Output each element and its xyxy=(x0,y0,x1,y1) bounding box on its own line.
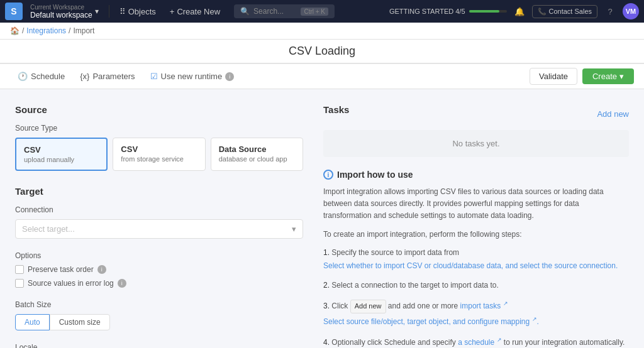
right-panel: Tasks Add new No tasks yet. i Import how… xyxy=(323,104,629,348)
connection-select[interactable]: Select target... ▾ xyxy=(15,219,303,239)
tab-runtime[interactable]: ☑ Use new runtime i xyxy=(143,68,242,84)
toolbar-right: Validate Create ▾ xyxy=(530,68,634,85)
mapping-link[interactable]: mapping ↗ xyxy=(501,317,536,326)
grid-icon: ⠿ xyxy=(119,7,126,16)
connection-placeholder: Select target... xyxy=(22,224,75,234)
info-step-1: 1. Specify the source to import data fro… xyxy=(323,247,629,272)
preserve-task-checkbox[interactable]: Preserve task order i xyxy=(15,265,303,274)
source-type-csv-manual[interactable]: CSV upload manually xyxy=(15,138,108,171)
tab-schedule[interactable]: 🕐 Schedule xyxy=(10,68,72,84)
target-title: Target xyxy=(15,186,303,197)
chevron-down-icon: ▾ xyxy=(619,72,624,81)
batch-auto-button[interactable]: Auto xyxy=(15,314,50,330)
preserve-info-icon[interactable]: i xyxy=(97,265,106,274)
workspace-name: Default workspace xyxy=(30,11,92,19)
create-button[interactable]: Create ▾ xyxy=(582,68,634,84)
source-type-csv-storage[interactable]: CSV from storage service xyxy=(113,138,205,171)
source-type-grid: CSV upload manually CSV from storage ser… xyxy=(15,138,303,171)
target-section: Target Connection Select target... ▾ xyxy=(15,186,303,239)
tab-parameters[interactable]: {x} Parameters xyxy=(72,68,142,84)
checkbox-preserve[interactable] xyxy=(15,265,24,274)
toolbar: 🕐 Schedule {x} Parameters ☑ Use new runt… xyxy=(0,64,644,89)
info-box: i Import how to use Import integration a… xyxy=(323,170,629,348)
source-type-label: Source Type xyxy=(15,124,303,133)
runtime-info-icon[interactable]: i xyxy=(225,72,234,81)
breadcrumb-import: Import xyxy=(73,26,94,35)
avatar[interactable]: VM xyxy=(623,3,639,19)
checkbox-source-values[interactable] xyxy=(15,279,24,288)
checkbox-icon: ☑ xyxy=(150,72,158,81)
batch-section: Batch Size Auto Custom size xyxy=(15,300,303,330)
params-icon: {x} xyxy=(80,72,89,81)
source-type-datasource[interactable]: Data Source database or cloud app xyxy=(211,138,303,171)
info-steps-intro: To create an import integration, perform… xyxy=(323,229,629,241)
add-new-link[interactable]: Add new xyxy=(597,109,629,119)
workspace-label: Current Workspace xyxy=(30,4,92,11)
import-tasks-link[interactable]: import tasks ↗ xyxy=(460,302,508,310)
info-body: Import integration allows importing CSV … xyxy=(323,186,629,222)
clock-icon: 🕐 xyxy=(18,72,28,81)
info-step-2: 2. Select a connection to the target to … xyxy=(323,280,629,291)
workspace-switcher[interactable]: Current Workspace Default workspace ▾ xyxy=(25,1,104,22)
info-step-4: 4. Optionally click Schedule and specify… xyxy=(323,335,629,348)
bell-icon[interactable]: 🔔 xyxy=(512,4,527,19)
schedule-link[interactable]: a schedule ↗ xyxy=(458,338,501,347)
breadcrumb-integrations[interactable]: Integrations xyxy=(26,26,66,35)
info-step-3: 3. Click Add new and add one or more imp… xyxy=(323,299,629,328)
source-values-info-icon[interactable]: i xyxy=(118,279,126,288)
connection-label: Connection xyxy=(15,205,303,214)
search-bar[interactable]: 🔍 Search... Ctrl + K xyxy=(234,4,335,18)
logo[interactable]: S xyxy=(5,3,23,20)
source-title: Source xyxy=(15,104,303,115)
objects-menu[interactable]: ⠿ Objects xyxy=(114,4,161,19)
help-icon[interactable]: ? xyxy=(602,4,618,19)
info-steps: 1. Specify the source to import data fro… xyxy=(323,247,629,348)
left-panel: Source Source Type CSV upload manually C… xyxy=(15,104,323,348)
chevron-down-icon: ▾ xyxy=(292,224,296,234)
batch-custom-button[interactable]: Custom size xyxy=(50,314,110,330)
shortcut-badge: Ctrl + K xyxy=(301,8,328,16)
info-circle-icon: i xyxy=(323,170,333,180)
info-heading: i Import how to use xyxy=(323,170,629,180)
plus-icon: + xyxy=(170,7,175,16)
main-content: Source Source Type CSV upload manually C… xyxy=(0,89,644,348)
source-values-checkbox[interactable]: Source values in error log i xyxy=(15,279,303,288)
tasks-header: Tasks Add new xyxy=(323,104,629,124)
batch-label: Batch Size xyxy=(15,300,303,309)
top-nav: S Current Workspace Default workspace ▾ … xyxy=(0,0,644,23)
breadcrumb-sep2: / xyxy=(69,26,70,35)
progress-bar xyxy=(469,10,507,13)
page-title: CSV Loading xyxy=(10,45,634,58)
batch-toggle-group: Auto Custom size xyxy=(15,314,303,330)
chevron-down-icon: ▾ xyxy=(95,7,99,16)
create-new-button[interactable]: + Create New xyxy=(164,4,226,19)
validate-button[interactable]: Validate xyxy=(530,68,577,85)
nav-right: GETTING STARTED 4/5 🔔 📞 Contact Sales ? … xyxy=(389,3,639,19)
locale-section: Locale ▾ xyxy=(15,343,303,348)
step1-link[interactable]: Select whether to import CSV or cloud/da… xyxy=(323,261,618,270)
tasks-title: Tasks xyxy=(323,104,349,115)
progress-fill xyxy=(469,10,499,13)
phone-icon: 📞 xyxy=(538,8,547,16)
contact-sales-button[interactable]: 📞 Contact Sales xyxy=(532,5,597,18)
page-header: CSV Loading xyxy=(0,40,644,63)
breadcrumb: 🏠 / Integrations / Import xyxy=(0,23,644,40)
locale-label: Locale xyxy=(15,343,303,348)
options-label: Options xyxy=(15,251,303,260)
breadcrumb-sep: / xyxy=(22,26,24,35)
options-section: Options Preserve task order i Source val… xyxy=(15,251,303,288)
nav-divider xyxy=(109,5,109,18)
add-new-inline-btn[interactable]: Add new xyxy=(350,300,386,313)
search-icon: 🔍 xyxy=(240,7,250,16)
getting-started[interactable]: GETTING STARTED 4/5 xyxy=(389,8,507,15)
tasks-empty: No tasks yet. xyxy=(323,130,629,157)
home-icon[interactable]: 🏠 xyxy=(10,26,19,35)
